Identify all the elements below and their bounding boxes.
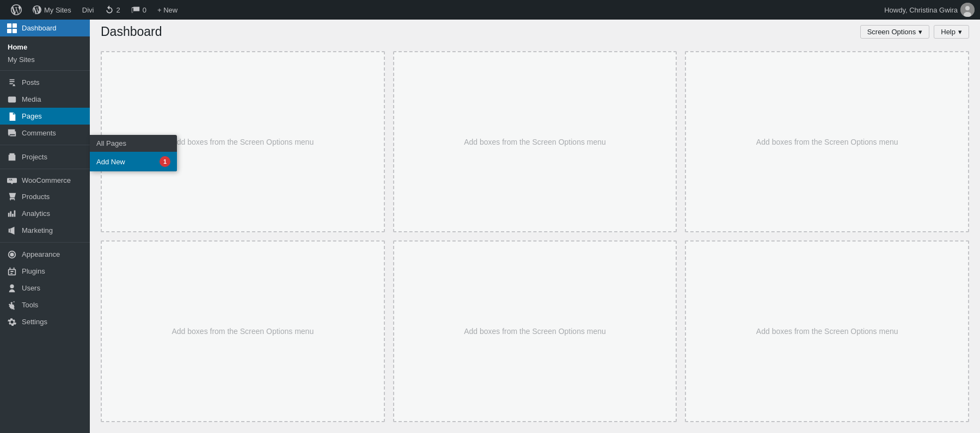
sidebar-item-appearance[interactable]: Appearance <box>0 246 90 263</box>
sidebar-item-analytics[interactable]: Analytics <box>0 205 90 222</box>
admin-bar: My Sites Divi 2 0 + New Howdy, Christina… <box>0 0 980 20</box>
wp-logo-button[interactable] <box>5 0 27 20</box>
main-layout: Dashboard Home My Sites Posts Media <box>0 20 980 433</box>
sidebar-item-products-label: Products <box>22 193 50 201</box>
sidebar-item-posts[interactable]: Posts <box>0 74 90 91</box>
posts-icon <box>7 77 17 88</box>
sidebar-item-users[interactable]: Users <box>0 280 90 296</box>
sidebar-divider-1 <box>0 70 90 71</box>
dashboard-box-1-label: Add boxes from the Screen Options menu <box>171 138 314 146</box>
content-area: Dashboard Screen Options ▾ Help ▾ Add bo… <box>90 20 980 433</box>
dashboard-box-3-label: Add boxes from the Screen Options menu <box>756 138 898 146</box>
sidebar-my-sites-link[interactable]: My Sites <box>0 53 90 66</box>
pages-icon <box>7 111 17 121</box>
sidebar-item-settings[interactable]: Settings <box>0 313 90 330</box>
sidebar-item-media[interactable]: Media <box>0 91 90 108</box>
submenu-all-pages[interactable]: All Pages <box>90 135 177 152</box>
sidebar-item-woocommerce[interactable]: WooCommerce <box>0 172 90 188</box>
help-label: Help <box>941 28 955 36</box>
settings-icon <box>7 317 17 327</box>
svg-rect-3 <box>7 23 11 28</box>
sidebar-item-posts-label: Posts <box>22 78 40 86</box>
dashboard-icon <box>7 23 17 33</box>
svg-rect-5 <box>7 29 11 33</box>
dashboard-row-1: Add boxes from the Screen Options menu A… <box>101 51 969 233</box>
sidebar-divider-3 <box>0 169 90 169</box>
dashboard-box-3: Add boxes from the Screen Options menu <box>685 51 969 233</box>
sidebar-item-users-label: Users <box>22 284 40 292</box>
my-sites-label: My Sites <box>44 6 71 14</box>
page-title: Dashboard <box>101 24 162 40</box>
dashboard-box-2-label: Add boxes from the Screen Options menu <box>464 138 606 146</box>
analytics-icon <box>7 208 17 219</box>
sidebar-item-settings-label: Settings <box>22 318 47 326</box>
pages-submenu: All Pages Add New 1 <box>90 135 177 171</box>
sidebar-item-dashboard[interactable]: Dashboard <box>0 20 90 36</box>
sidebar-item-pages-label: Pages <box>22 112 42 120</box>
screen-options-chevron: ▾ <box>918 28 922 36</box>
dashboard-box-6-label: Add boxes from the Screen Options menu <box>756 327 898 336</box>
new-label: + New <box>157 6 177 14</box>
sidebar-item-plugins-label: Plugins <box>22 267 45 275</box>
sidebar-divider-4 <box>0 242 90 243</box>
avatar[interactable] <box>960 3 975 17</box>
divi-label: Divi <box>82 6 94 14</box>
projects-icon <box>7 152 17 162</box>
sidebar-item-marketing-label: Marketing <box>22 226 53 234</box>
sidebar-home-link[interactable]: Home <box>0 41 90 53</box>
dashboard-box-5: Add boxes from the Screen Options menu <box>393 240 677 422</box>
admin-bar-left: My Sites Divi 2 0 + New <box>5 0 884 20</box>
updates-count: 2 <box>117 6 120 14</box>
sidebar-item-products[interactable]: Products <box>0 188 90 205</box>
users-icon <box>7 283 17 293</box>
svg-rect-6 <box>13 29 17 33</box>
dashboard-box-4: Add boxes from the Screen Options menu <box>101 240 385 422</box>
sidebar-item-projects[interactable]: Projects <box>0 149 90 165</box>
media-icon <box>7 94 17 104</box>
submenu-add-new[interactable]: Add New 1 <box>90 152 177 171</box>
new-button[interactable]: + New <box>152 0 183 20</box>
sidebar-home-section: Home My Sites <box>0 36 90 67</box>
comments-sidebar-icon <box>7 128 17 138</box>
sidebar-item-comments-label: Comments <box>22 129 56 137</box>
sidebar-item-analytics-label: Analytics <box>22 209 50 218</box>
admin-bar-right: Howdy, Christina Gwira <box>884 3 975 17</box>
plugins-icon <box>7 266 17 276</box>
dashboard-box-6: Add boxes from the Screen Options menu <box>685 240 969 422</box>
header-buttons: Screen Options ▾ Help ▾ <box>860 25 969 39</box>
divi-button[interactable]: Divi <box>77 0 100 20</box>
svg-rect-4 <box>13 23 17 28</box>
submenu-all-pages-label: All Pages <box>96 139 126 147</box>
help-chevron: ▾ <box>958 28 962 36</box>
dashboard-box-2: Add boxes from the Screen Options menu <box>393 51 677 233</box>
submenu-badge: 1 <box>160 156 170 167</box>
sidebar-item-woocommerce-label: WooCommerce <box>22 176 71 184</box>
screen-options-button[interactable]: Screen Options ▾ <box>860 25 930 39</box>
dashboard-grid: Add boxes from the Screen Options menu A… <box>90 40 980 433</box>
sidebar-item-media-label: Media <box>22 95 41 103</box>
marketing-icon <box>7 225 17 236</box>
sidebar-item-comments[interactable]: Comments <box>0 125 90 141</box>
woocommerce-icon <box>7 176 17 185</box>
dashboard-box-5-label: Add boxes from the Screen Options menu <box>464 327 606 336</box>
sidebar-item-pages[interactable]: Pages <box>0 108 90 125</box>
dashboard-row-2: Add boxes from the Screen Options menu A… <box>101 240 969 422</box>
sidebar-item-tools-label: Tools <box>22 301 38 309</box>
my-sites-button[interactable]: My Sites <box>27 0 77 20</box>
comments-count: 0 <box>143 6 146 14</box>
sidebar-item-dashboard-label: Dashboard <box>22 24 57 32</box>
submenu-add-new-label: Add New <box>96 158 125 166</box>
sidebar-item-appearance-label: Appearance <box>22 250 60 258</box>
sidebar-item-plugins[interactable]: Plugins <box>0 263 90 280</box>
help-button[interactable]: Help ▾ <box>934 25 969 39</box>
sidebar-divider-2 <box>0 145 90 145</box>
svg-point-1 <box>965 6 970 10</box>
sidebar-item-projects-label: Projects <box>22 153 47 161</box>
tools-icon <box>7 300 17 310</box>
updates-button[interactable]: 2 <box>100 0 126 20</box>
sidebar-item-tools[interactable]: Tools <box>0 296 90 313</box>
dashboard-box-4-label: Add boxes from the Screen Options menu <box>171 327 314 336</box>
products-icon <box>7 191 17 202</box>
comments-button[interactable]: 0 <box>126 0 152 20</box>
sidebar-item-marketing[interactable]: Marketing <box>0 222 90 239</box>
